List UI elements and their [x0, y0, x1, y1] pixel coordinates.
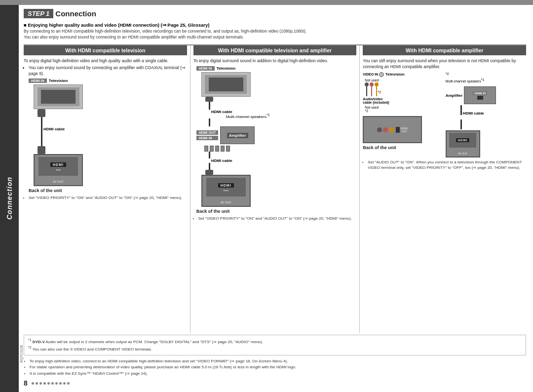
tv-label-3: Television [385, 72, 405, 77]
amp-inner-3: HDMI IN [473, 91, 487, 100]
multichannel-label-2: Multi-channel speakers*1 [226, 113, 270, 119]
hdmi-in-amp-label: HDMI IN [473, 91, 487, 95]
step-title: Connection [55, 9, 96, 18]
tv-screen-1 [38, 87, 79, 106]
speaker-icon-1 [204, 146, 208, 152]
connector-3a [365, 82, 369, 86]
audio-video-label: Audio/video cable (included) [363, 97, 389, 104]
line-3b [371, 86, 372, 96]
column-2: With HDMI compatible television and ampl… [190, 45, 360, 333]
unit-inner-3: HDMI [449, 133, 476, 148]
unit-box-3: HDMI AV OUT [446, 130, 480, 157]
bottom-note-1: To enjoy high-definition video, connect … [30, 358, 526, 365]
hdmi-desc-2: You can also enjoy surround sound by con… [24, 35, 244, 39]
super2-top: *2 [446, 72, 449, 77]
back-label-2: Back of the unit [196, 209, 230, 214]
cable-line-1b [41, 131, 42, 146]
hdmi-description: By connecting to an HDMI compatible high… [24, 29, 526, 40]
amp-box-3: HDMI IN [464, 86, 496, 104]
not-used-1: Not used [365, 78, 379, 82]
tv-screen-inner-2 [209, 78, 243, 91]
speaker-icon-5 [226, 146, 230, 152]
hdmi-cable-line-3 [460, 105, 462, 115]
port-3d [396, 127, 400, 133]
hdmi-logo-2: HDMI [218, 183, 234, 188]
col2-description: To enjoy digital surround sound in addit… [193, 58, 357, 64]
page-dots [32, 382, 70, 385]
super2-label: *2 [378, 90, 381, 95]
hdmi-in-port-1: HDMI IN [29, 78, 47, 83]
connector-tv-2 [205, 97, 213, 102]
tv-label-1: Television [49, 78, 68, 83]
page-num-row: 8 [24, 379, 526, 389]
top-bar [0, 0, 533, 5]
hdmi-logo-3: HDMI [456, 138, 469, 142]
col2-note1: Set "VIDEO PRIORITY" to "ON" and "AUDIO … [198, 216, 357, 221]
diagram-col2: HDMI IN Television HD [193, 66, 357, 214]
connector-unit-2 [205, 170, 213, 175]
amp-label-2: Amplifier [227, 133, 248, 138]
tv-box-2 [201, 72, 251, 97]
port-3a [377, 127, 382, 132]
step-heading: STEP 1 Connection [24, 9, 526, 18]
page-number: 8 [24, 379, 28, 387]
back-label-1: Back of the unit [29, 188, 62, 193]
unit-hdmi-icon-2: ▬▬ [224, 189, 228, 192]
dot-2 [36, 382, 38, 385]
col3-description: You can still enjoy surround sound when … [363, 58, 526, 70]
diagram-col3: VIDEO IN Television Not used [363, 72, 526, 158]
diagram-col3-left: VIDEO IN Television Not used [363, 72, 443, 158]
footnote-2: *2 You can also use the S VIDEO and COMP… [28, 345, 522, 353]
fn1-super: *1 [28, 338, 32, 342]
fn2-super: *2 [28, 346, 32, 349]
bottom-note-2: For stable operation and preventing dete… [30, 364, 526, 371]
unit-box-1: HDMI ▬▬ AV OUT [34, 154, 83, 186]
hdmi-in-port-amp: HDMI IN [196, 136, 219, 140]
step-box: STEP 1 [24, 9, 53, 18]
unit-av-label-3: AV OUT [458, 152, 467, 155]
col1-header: With HDMI compatible television [24, 45, 187, 55]
hdmi-port-amp-3 [477, 96, 483, 100]
unit-ports-3: VIDEOOUT [377, 127, 409, 133]
video-in-label: VIDEO IN [363, 73, 378, 76]
col1-description: To enjoy digital high-definition video a… [24, 58, 187, 77]
unit-inner-1: HDMI ▬▬ [38, 157, 78, 176]
video-in-circle [379, 72, 384, 77]
hdmi-in-port-2: HDMI IN [196, 66, 215, 71]
unit-hdmi-icon-1: ▬▬ [56, 168, 61, 171]
port-3c [389, 127, 394, 132]
dot-3 [39, 382, 42, 385]
cable-line-2a [209, 102, 210, 110]
hdmi-logo-1: HDMI [50, 162, 66, 167]
dot-6 [51, 382, 54, 385]
fn2-text: You can also use the S VIDEO and COMPONE… [33, 347, 152, 352]
dot-10 [67, 382, 70, 385]
tv-label-row: HDMI IN Television [29, 78, 68, 83]
col3-note1: Set "AUDIO OUT" to "ON". When you connec… [368, 159, 526, 170]
video-in-row: VIDEO IN Television [363, 72, 404, 77]
diagram-col1: HDMI IN Television [24, 78, 187, 193]
fn1-prefix: DVD-V [33, 340, 45, 344]
not-used-2: Not used [365, 106, 379, 109]
col3-header: With HDMI compatible amplifier [363, 45, 526, 55]
fn1-text: Audio will be output in 2 channels when … [46, 340, 263, 344]
col3-back-note: Set "AUDIO OUT" to "ON". When you connec… [363, 159, 526, 170]
hdmi-desc-1: By connecting to an HDMI compatible high… [24, 29, 306, 34]
connector-3c [375, 82, 379, 86]
hdmi-cable-line-3b [460, 119, 462, 129]
hdmi-notice: ■ Enjoying higher quality audio and vide… [24, 22, 526, 28]
col1-back-note: Set "VIDEO PRIORITY" to "ON" and "AUDIO … [24, 195, 187, 200]
cable-line-2d [209, 163, 210, 170]
speaker-icon-4 [221, 146, 225, 152]
back-label-3: Back of the unit [363, 145, 396, 150]
tv-screen-inner-1 [41, 90, 76, 104]
column-1: With HDMI compatible television To enjoy… [24, 45, 190, 333]
amp-row-3: Amplifier HDMI IN [446, 86, 496, 104]
footnotes-box: *1 DVD-V Audio will be output in 2 chann… [24, 335, 526, 355]
tv-screen-2 [205, 75, 247, 94]
dot-9 [63, 382, 66, 385]
amp-box-2: Amplifier [220, 126, 255, 144]
connector-unit-1 [38, 146, 45, 154]
line-3a [366, 86, 367, 96]
sidebar: Connection [0, 5, 19, 392]
